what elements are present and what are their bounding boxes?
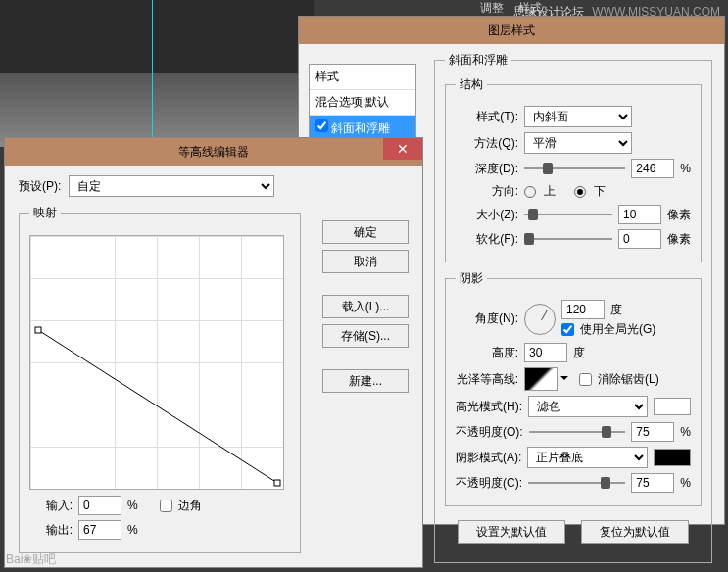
- mapping-legend: 映射: [29, 205, 61, 221]
- shadow-opacity-slider[interactable]: [528, 474, 625, 492]
- bevel-legend: 斜面和浮雕: [445, 52, 511, 69]
- px-label: 像素: [667, 207, 691, 223]
- highlight-opacity-slider[interactable]: [529, 423, 626, 441]
- direction-up-radio[interactable]: [524, 186, 536, 198]
- layer-style-title: 图层样式: [488, 23, 535, 39]
- input-label: 输入:: [29, 498, 73, 514]
- output-value[interactable]: [78, 520, 121, 540]
- structure-fieldset: 结构 样式(T): 内斜面 方法(Q): 平滑 深度(D): % 方向:: [445, 76, 702, 262]
- cancel-button[interactable]: 取消: [322, 250, 409, 273]
- depth-input[interactable]: [631, 159, 674, 178]
- structure-legend: 结构: [456, 76, 487, 93]
- deg-label: 度: [610, 302, 622, 318]
- antialias-label: 消除锯齿(L): [598, 371, 659, 388]
- shadow-opacity-input[interactable]: [631, 473, 674, 493]
- corner-label: 边角: [178, 498, 202, 514]
- gloss-contour-picker[interactable]: [524, 367, 558, 391]
- highlight-color-swatch[interactable]: [654, 398, 691, 415]
- shading-fieldset: 阴影 角度(N): 度 使用全局光(G): [445, 270, 702, 506]
- ok-button[interactable]: 确定: [322, 220, 409, 244]
- reset-default-button[interactable]: 复位为默认值: [581, 520, 689, 544]
- shadow-mode-label: 阴影模式(A):: [456, 450, 521, 466]
- save-button[interactable]: 存储(S)...: [322, 324, 409, 348]
- pct-label: %: [680, 162, 691, 175]
- soften-slider[interactable]: [524, 230, 612, 248]
- soften-label: 软化(F):: [456, 231, 518, 248]
- corner-checkbox[interactable]: [160, 500, 172, 512]
- shading-legend: 阴影: [456, 270, 487, 287]
- styles-header: 样式: [310, 65, 415, 90]
- style-select[interactable]: 内斜面: [524, 106, 632, 127]
- pct3: %: [680, 476, 691, 490]
- bottom-watermark: Bai❀贴吧: [6, 551, 56, 568]
- pct5: %: [127, 523, 138, 537]
- background-panel: [0, 0, 314, 147]
- make-default-button[interactable]: 设置为默认值: [458, 520, 565, 544]
- contour-titlebar[interactable]: 等高线编辑器 ✕: [5, 138, 422, 166]
- svg-line-0: [38, 330, 277, 483]
- size-slider[interactable]: [524, 206, 612, 223]
- svg-rect-2: [274, 480, 280, 486]
- direction-label: 方向:: [456, 183, 518, 200]
- guide-line: [152, 0, 153, 147]
- bevel-fieldset: 斜面和浮雕 结构 样式(T): 内斜面 方法(Q): 平滑 深度(D): %: [434, 52, 712, 563]
- output-label: 输出:: [29, 522, 73, 539]
- altitude-label: 高度:: [456, 345, 518, 361]
- close-icon[interactable]: ✕: [383, 138, 422, 160]
- bevel-emboss-checkbox[interactable]: [315, 119, 328, 132]
- contour-title: 等高线编辑器: [178, 144, 249, 161]
- contour-editor-window: 等高线编辑器 ✕ 预设(P): 自定 确定 取消 载入(L)... 存储(S).…: [4, 137, 423, 568]
- highlight-mode-label: 高光模式(H):: [456, 399, 522, 415]
- input-value[interactable]: [78, 496, 121, 515]
- deg-label2: 度: [573, 345, 585, 361]
- size-label: 大小(Z):: [456, 207, 518, 223]
- preset-select[interactable]: 自定: [69, 175, 274, 197]
- angle-dial[interactable]: [524, 304, 556, 335]
- style-label: 样式(T):: [456, 109, 518, 125]
- buttons-column: 确定 取消 载入(L)... 存储(S)... 新建...: [322, 214, 409, 399]
- shadow-mode-select[interactable]: 正片叠底: [527, 447, 648, 468]
- gradient-preview: [0, 73, 314, 147]
- angle-input[interactable]: [561, 300, 605, 319]
- soften-input[interactable]: [618, 229, 661, 249]
- load-button[interactable]: 载入(L)...: [322, 295, 409, 318]
- highlight-mode-select[interactable]: 滤色: [528, 396, 648, 417]
- preset-label: 预设(P):: [19, 178, 61, 195]
- shadow-color-swatch[interactable]: [654, 449, 691, 466]
- technique-select[interactable]: 平滑: [524, 132, 632, 154]
- curve-editor[interactable]: [29, 235, 284, 490]
- new-button[interactable]: 新建...: [322, 369, 409, 393]
- svg-rect-1: [35, 327, 41, 333]
- direction-down-radio[interactable]: [574, 186, 586, 198]
- global-light-checkbox[interactable]: [561, 323, 574, 336]
- depth-label: 深度(D):: [456, 161, 518, 177]
- px-label2: 像素: [667, 231, 691, 248]
- gloss-contour-label: 光泽等高线:: [456, 371, 518, 388]
- mapping-fieldset: 映射 输入: % 边角 输出: %: [19, 205, 301, 553]
- tab-adjust[interactable]: 调整: [480, 1, 504, 15]
- technique-label: 方法(Q):: [456, 135, 518, 152]
- depth-slider[interactable]: [524, 160, 625, 177]
- size-input[interactable]: [618, 205, 661, 224]
- global-light-label: 使用全局光(G): [580, 321, 655, 338]
- shadow-opacity-label: 不透明度(C):: [456, 475, 522, 492]
- highlight-opacity-input[interactable]: [631, 422, 674, 442]
- pct4: %: [127, 499, 138, 512]
- layer-style-titlebar[interactable]: 图层样式: [299, 17, 724, 44]
- bevel-emboss-label: 斜面和浮雕: [331, 121, 390, 135]
- down-label: 下: [594, 183, 606, 200]
- blend-options-item[interactable]: 混合选项:默认: [310, 90, 415, 116]
- altitude-input[interactable]: [524, 343, 567, 362]
- angle-label: 角度(N):: [456, 310, 518, 327]
- up-label: 上: [544, 183, 556, 200]
- styles-list: 样式 混合选项:默认 斜面和浮雕: [309, 64, 416, 143]
- pct2: %: [680, 425, 691, 439]
- antialias-checkbox[interactable]: [579, 373, 592, 386]
- highlight-opacity-label: 不透明度(O):: [456, 424, 523, 441]
